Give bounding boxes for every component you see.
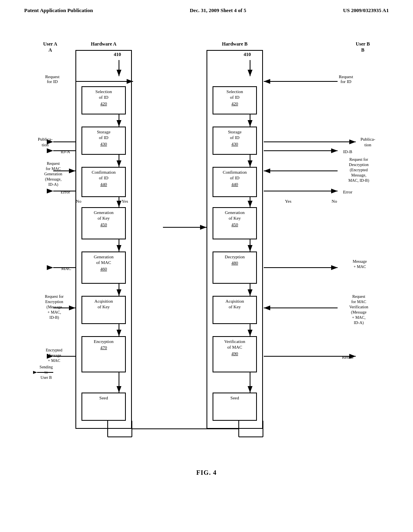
msg-mac-label: Message+ MAC: [340, 259, 380, 269]
page-header: Patent Application Publication Dec. 31, …: [0, 0, 413, 18]
sending-label: SendingtoUser B: [33, 364, 59, 380]
storage-b-box: Storageof ID430: [213, 127, 257, 155]
hw-b-header: Hardware B: [206, 41, 263, 47]
hw-a-header: Hardware A: [75, 41, 132, 47]
selection-b-box: Selectionof ID420: [213, 86, 257, 114]
req-macv-label: Requestfor MACVerification(Message+ MAC,…: [338, 294, 380, 325]
acqkey-b-box: Acqisitionof Key: [213, 296, 257, 324]
error-a-label: Error: [55, 189, 75, 195]
user-a-label: User AA: [37, 41, 63, 53]
diagram: Hardware A Hardware B User AA User BB 41…: [33, 34, 380, 457]
genkey-b-box: Generationof Key450: [213, 207, 257, 239]
selection-a-box: Selectionof ID420: [81, 86, 126, 114]
genmac-a-box: Generationof MAC460: [81, 251, 126, 284]
id-b-label: ID-B: [338, 149, 358, 154]
yes-b-label: Yes: [283, 198, 293, 204]
header-right: US 2009/0323935 A1: [343, 7, 389, 14]
label-410-a: 410: [114, 52, 121, 58]
req-mac-label: Requestfor MACGeneration(Message,ID-A): [33, 161, 73, 187]
user-a-text: A: [48, 47, 52, 53]
confirmation-b-box: Confirmationof ID440: [213, 167, 257, 197]
publication-b-label: Publica-tion: [356, 136, 380, 148]
result-label: Result: [338, 354, 358, 360]
user-b-label: User BB: [350, 41, 376, 53]
acqkey-a-box: Acqisitionof Key: [81, 296, 126, 324]
header-left: Patent Application Publication: [24, 7, 93, 14]
yes-a-label: Yes: [120, 198, 130, 204]
no-b-label: No: [330, 198, 338, 204]
publication-a-label: Publica-tion: [33, 136, 57, 148]
req-dec-label: Request forDescryption(EncryptedMessage,…: [338, 157, 380, 183]
req-enc-label: Request forEncryption(Message+ MAC,ID-B): [33, 294, 75, 320]
encryption-a-box: Encryption470: [81, 336, 126, 372]
req-id-b: Requestfor ID: [339, 74, 353, 84]
enc-msg-label: EncryptedMessage+ MAC: [34, 347, 74, 363]
seed-b-box: Seed: [213, 393, 257, 421]
genkey-a-box: Generationof Key450: [81, 207, 126, 239]
decryption-b-box: Decryption480: [213, 251, 257, 284]
mac-label: MAC: [58, 266, 74, 271]
user-b-text: B: [361, 47, 364, 53]
verifymac-b-box: Verificationof MAC490: [213, 336, 257, 372]
confirmation-a-box: Confirmationof ID440: [81, 167, 126, 197]
header-center: Dec. 31, 2009 Sheet 4 of 5: [190, 7, 246, 14]
error-b-label: Error: [338, 189, 358, 195]
id-a-label: ID-A: [55, 149, 75, 154]
req-id-a: Requestfor ID: [45, 74, 59, 84]
no-a-label: No: [75, 198, 83, 204]
label-410-b: 410: [244, 52, 251, 58]
storage-a-box: Storageof ID430: [81, 127, 126, 155]
figure-label: FIG. 4: [0, 469, 413, 476]
seed-a-box: Seed: [81, 393, 126, 421]
